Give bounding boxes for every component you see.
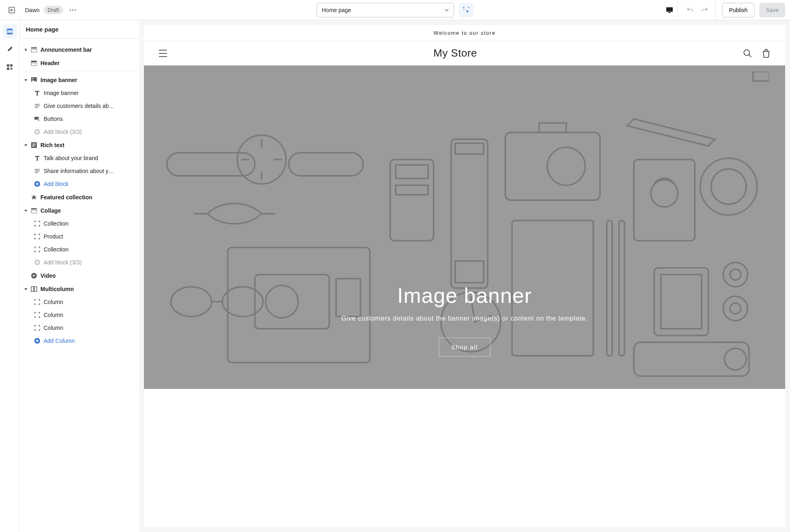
tree-section-multicolumn[interactable]: Multicolumn	[19, 282, 139, 296]
cart-icon	[762, 49, 771, 58]
hamburger-icon	[158, 50, 167, 57]
svg-rect-39	[390, 160, 433, 241]
svg-rect-32	[289, 153, 363, 176]
svg-rect-50	[607, 220, 612, 356]
paintbrush-icon	[6, 45, 14, 53]
tree-block[interactable]: Talk about your brand	[19, 152, 139, 165]
menu-button[interactable]	[158, 50, 167, 57]
svg-point-17	[32, 78, 34, 79]
tree-section-video[interactable]: Video	[19, 269, 139, 282]
tree-section-announcement[interactable]: Announcement bar	[19, 43, 139, 56]
tree-block[interactable]: Image banner	[19, 87, 139, 99]
sections-icon	[6, 27, 14, 36]
page-select-label: Home page	[322, 7, 351, 13]
svg-point-55	[711, 169, 746, 204]
svg-rect-8	[7, 33, 13, 34]
publish-button[interactable]: Publish	[722, 3, 754, 17]
undo-icon	[686, 6, 694, 14]
lines-icon	[33, 167, 41, 175]
chevron-icon	[23, 207, 29, 214]
inspector-button[interactable]	[459, 3, 473, 17]
tree-section-image-banner[interactable]: Image banner	[19, 73, 139, 87]
tree-section-featured[interactable]: Featured collection	[19, 190, 139, 204]
rail-theme-settings-button[interactable]	[2, 42, 17, 57]
fullscreen-icon	[33, 324, 41, 332]
page-select-dropdown[interactable]: Home page	[317, 3, 454, 17]
search-button[interactable]	[743, 49, 752, 58]
desktop-icon	[665, 6, 674, 14]
redo-icon	[701, 6, 709, 14]
top-bar: Dawn Draft Home page	[0, 0, 790, 20]
svg-point-63	[725, 348, 746, 370]
fullscreen-icon	[33, 298, 41, 306]
image-icon	[30, 76, 38, 84]
tree-block[interactable]: Column	[19, 308, 139, 321]
svg-rect-26	[31, 287, 34, 291]
svg-rect-41	[395, 185, 428, 194]
tree-block-label: Add block	[44, 181, 68, 187]
tree-block[interactable]: Add block (3/3)	[19, 256, 139, 269]
svg-rect-7	[7, 31, 13, 32]
cart-button[interactable]	[762, 49, 771, 58]
tree-section-label: Header	[40, 60, 59, 66]
exit-icon	[8, 6, 16, 14]
multicolumn-icon	[30, 285, 38, 293]
announce-icon	[30, 46, 38, 54]
svg-rect-44	[455, 261, 484, 283]
exit-button[interactable]	[5, 3, 19, 17]
svg-rect-27	[34, 287, 37, 291]
tree-section-collage[interactable]: Collage	[19, 204, 139, 217]
fullscreen-icon	[33, 220, 41, 228]
svg-rect-56	[753, 72, 769, 81]
image-banner[interactable]: Image banner Give customers details abou…	[144, 65, 785, 389]
tree-block-label: Column	[44, 299, 63, 305]
svg-rect-10	[10, 64, 13, 67]
banner-button[interactable]: Shop all	[439, 338, 490, 357]
svg-rect-22	[31, 208, 37, 209]
fullscreen-icon	[33, 232, 41, 241]
tree-block[interactable]: Add block	[19, 177, 139, 190]
tree-section-header[interactable]: Header	[19, 56, 139, 70]
tree-block-label: Give customers details ab…	[44, 103, 114, 109]
tree-block[interactable]: Share information about y…	[19, 165, 139, 177]
tree-block[interactable]: Buttons	[19, 112, 139, 125]
viewport-button[interactable]	[661, 0, 678, 20]
tree-block[interactable]: Add block (3/3)	[19, 125, 139, 138]
svg-rect-51	[619, 220, 624, 356]
collage-icon	[30, 207, 38, 215]
rail-sections-button[interactable]	[2, 24, 17, 39]
tree-block[interactable]: Column	[19, 296, 139, 308]
svg-point-3	[74, 9, 76, 11]
theme-name: Dawn	[23, 7, 40, 13]
svg-point-59	[723, 296, 747, 321]
more-button[interactable]	[67, 4, 78, 16]
tree-block[interactable]: Add Column	[19, 334, 139, 347]
T-icon	[33, 154, 41, 162]
announcement-bar[interactable]: Welcome to our store	[144, 25, 785, 41]
svg-point-53	[651, 180, 678, 207]
svg-point-47	[547, 147, 585, 185]
header-icon	[30, 59, 38, 67]
tree-block[interactable]: Give customers details ab…	[19, 99, 139, 112]
tree-block[interactable]: Product	[19, 230, 139, 243]
tree-block-label: Column	[44, 325, 63, 331]
plus-icon	[33, 337, 41, 345]
preview-frame[interactable]: Welcome to our store My Store	[144, 25, 785, 527]
tree-block[interactable]: Column	[19, 321, 139, 334]
tree-section-label: Rich text	[40, 142, 64, 148]
tree-block[interactable]: Collection	[19, 217, 139, 230]
tree-block[interactable]: Collection	[19, 243, 139, 256]
sidebar[interactable]: Home page Announcement bar Header Image …	[19, 20, 139, 532]
store-title[interactable]: My Store	[433, 47, 477, 59]
svg-point-60	[730, 303, 741, 314]
svg-point-2	[72, 9, 73, 11]
tree-section-label: Collage	[40, 207, 61, 214]
svg-rect-5	[668, 12, 671, 13]
svg-rect-13	[31, 49, 37, 52]
tree-block-label: Add block (3/3)	[44, 259, 82, 266]
svg-rect-48	[539, 123, 566, 132]
T-icon	[33, 89, 41, 97]
tree-section-rich-text[interactable]: Rich text	[19, 138, 139, 152]
rail-apps-button[interactable]	[2, 60, 17, 74]
svg-rect-14	[31, 61, 37, 62]
